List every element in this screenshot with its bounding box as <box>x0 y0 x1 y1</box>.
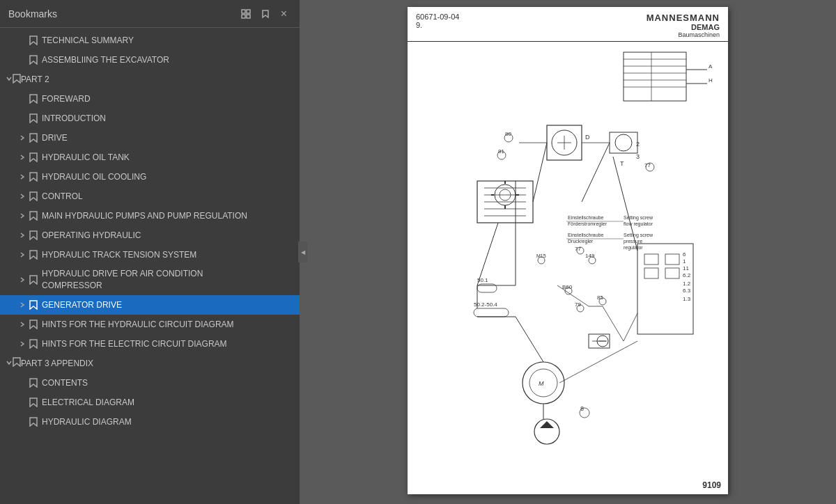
bookmark-item-generator-drive[interactable]: GENERATOR DRIVE <box>0 295 300 315</box>
bookmark-item-hydraulic-track[interactable]: HYDRAULIC TRACK TENSION SYSTEM <box>0 245 300 265</box>
svg-text:Setting screw: Setting screw <box>624 233 653 238</box>
bookmark-label-hydraulic-oil-cooling: HYDRAULIC OIL COOLING <box>42 172 294 182</box>
svg-rect-57 <box>665 254 679 265</box>
expand-arrow-hydraulic-oil-cooling[interactable] <box>17 171 28 182</box>
bookmark-item-drive[interactable]: DRIVE <box>0 128 300 148</box>
bookmark-icon-hydraulic-oil-tank <box>28 152 39 163</box>
page-number-area: 60671-09-04 9. <box>416 13 459 29</box>
svg-text:Förderstromregler: Förderstromregler <box>568 221 607 227</box>
bookmark-icon-hydraulic-drive-air <box>28 274 39 285</box>
header-controls: × <box>238 6 291 22</box>
svg-rect-2 <box>242 15 245 18</box>
svg-rect-56 <box>644 268 658 278</box>
bookmark-item-technical-summary[interactable]: TECHNICAL SUMMARY <box>0 31 300 50</box>
bookmark-label-part3: PART 3 APPENDIX <box>21 359 294 368</box>
expand-arrow-hydraulic-track[interactable] <box>17 249 28 260</box>
bookmark-item-hydraulic-drive-air[interactable]: HYDRAULIC DRIVE FOR AIR CONDITION COMPRE… <box>0 265 300 295</box>
collapse-panel-button[interactable] <box>298 242 308 262</box>
page-number: 9. <box>416 21 459 29</box>
expand-arrow-foreward <box>17 93 28 104</box>
bookmark-icon-control <box>28 191 39 202</box>
svg-rect-75 <box>474 308 509 317</box>
svg-text:B60: B60 <box>562 284 573 290</box>
svg-text:Setting screw: Setting screw <box>624 215 653 221</box>
expand-arrow-assembling <box>17 54 28 65</box>
bookmark-item-operating-hydraulic[interactable]: OPERATING HYDRAULIC <box>0 226 300 245</box>
svg-marker-89 <box>540 421 554 428</box>
bookmark-item-hydraulic-oil-cooling[interactable]: HYDRAULIC OIL COOLING <box>0 167 300 187</box>
bookmark-label-hydraulic-drive-air: HYDRAULIC DRIVE FOR AIR CONDITION COMPRE… <box>42 268 294 292</box>
bookmark-icon-hydraulic-oil-cooling <box>28 171 39 182</box>
expand-arrow-hints-electric[interactable] <box>17 338 28 349</box>
section-header-part2[interactable]: PART 2 <box>0 70 300 89</box>
svg-rect-58 <box>665 268 679 278</box>
svg-text:flow regulator: flow regulator <box>624 221 653 227</box>
svg-text:1.2: 1.2 <box>683 281 691 287</box>
close-button[interactable]: × <box>277 6 291 22</box>
expand-arrow-operating-hydraulic[interactable] <box>17 230 28 241</box>
expand-arrow-part3[interactable] <box>6 359 13 368</box>
bookmark-label-technical-summary: TECHNICAL SUMMARY <box>42 36 294 45</box>
bookmark-icon-hydraulic-track <box>28 249 39 260</box>
svg-text:M: M <box>539 380 544 387</box>
expand-all-button[interactable] <box>238 7 254 21</box>
bookmark-item-electrical-diagram[interactable]: ELECTRICAL DIAGRAM <box>0 393 300 412</box>
bookmark-icon-technical-summary <box>28 35 39 46</box>
expand-arrow-hydraulic-oil-tank[interactable] <box>17 152 28 163</box>
bookmark-label-control: CONTROL <box>42 191 294 201</box>
bookmark-label-generator-drive: GENERATOR DRIVE <box>42 300 294 310</box>
bookmark-item-control[interactable]: CONTROL <box>0 187 300 206</box>
bookmarks-list[interactable]: TECHNICAL SUMMARYASSEMBLIING THE EXCAVAT… <box>0 28 300 504</box>
bookmark-item-foreward[interactable]: FOREWARD <box>0 89 300 109</box>
bookmark-options-button[interactable] <box>257 7 274 21</box>
diagram-area: A H 80 81 D 2 <box>408 42 728 487</box>
bookmark-icon-drive <box>28 132 39 143</box>
expand-arrow-drive[interactable] <box>17 132 28 143</box>
bookmark-item-hints-hydraulic[interactable]: HINTS FOR THE HYDRAULIC CIRCUIT DIAGRAM <box>0 315 300 334</box>
svg-line-100 <box>557 285 589 306</box>
bookmark-label-introduction: INTRODUCTION <box>42 113 294 123</box>
svg-line-76 <box>533 143 547 202</box>
bookmark-label-hints-hydraulic: HINTS FOR THE HYDRAULIC CIRCUIT DIAGRAM <box>42 320 294 329</box>
bookmark-label-assembling: ASSEMBLIING THE EXCAVATOR <box>42 55 294 65</box>
bookmark-icon-assembling <box>28 54 39 65</box>
expand-arrow-part2[interactable] <box>6 74 13 84</box>
bookmark-label-electrical-diagram: ELECTRICAL DIAGRAM <box>42 397 294 407</box>
expand-arrow-hints-hydraulic[interactable] <box>17 319 28 330</box>
svg-text:6.2: 6.2 <box>683 272 691 278</box>
bookmark-label-main-hydraulic: MAIN HYDRAULIC PUMPS AND PUMP REGULATION <box>42 211 294 221</box>
svg-rect-0 <box>242 10 245 13</box>
bookmark-item-hydraulic-oil-tank[interactable]: HYDRAULIC OIL TANK <box>0 148 300 167</box>
expand-arrow-main-hydraulic[interactable] <box>17 210 28 221</box>
svg-line-91 <box>559 341 637 383</box>
bookmarks-panel: Bookmarks × TECHNICAL SUMMARYASSEMBLIING… <box>0 0 300 504</box>
bookmark-item-contents[interactable]: CONTENTS <box>0 373 300 393</box>
section-header-part3[interactable]: PART 3 APPENDIX <box>0 354 300 373</box>
bookmark-item-introduction[interactable]: INTRODUCTION <box>0 109 300 128</box>
bookmark-icon-generator-drive <box>28 299 39 310</box>
svg-text:149: 149 <box>585 253 595 259</box>
bookmark-icon-electrical-diagram <box>28 397 39 408</box>
bookmark-item-assembling[interactable]: ASSEMBLIING THE EXCAVATOR <box>0 50 300 70</box>
bookmark-label-operating-hydraulic: OPERATING HYDRAULIC <box>42 230 294 240</box>
bookmark-item-main-hydraulic[interactable]: MAIN HYDRAULIC PUMPS AND PUMP REGULATION <box>0 206 300 226</box>
bookmark-icon-contents <box>28 377 39 388</box>
expand-arrow-hydraulic-drive-air[interactable] <box>17 274 28 285</box>
expand-arrow-generator-drive[interactable] <box>17 299 28 310</box>
svg-text:M15: M15 <box>536 253 546 258</box>
svg-text:1: 1 <box>683 258 686 265</box>
svg-text:T: T <box>620 160 624 167</box>
svg-text:11: 11 <box>683 265 689 271</box>
bookmark-icon-hydraulic-diagram <box>28 416 39 427</box>
svg-text:3: 3 <box>636 153 640 160</box>
document-panel: 60671-09-04 9. MANNESMANN DEMAG Baumasch… <box>300 0 836 504</box>
expand-arrow-control[interactable] <box>17 191 28 202</box>
bookmark-icon-part3 <box>13 357 21 369</box>
svg-text:regulator: regulator <box>624 245 643 251</box>
svg-text:Einstellschraube: Einstellschraube <box>568 233 603 237</box>
bookmark-label-drive: DRIVE <box>42 133 294 143</box>
bookmark-item-hints-electric[interactable]: HINTS FOR THE ELECTRIC CIRCUIT DIAGRAM <box>0 334 300 354</box>
svg-rect-55 <box>644 254 658 265</box>
bookmark-item-hydraulic-diagram[interactable]: HYDRAULIC DIAGRAM <box>0 412 300 432</box>
svg-rect-1 <box>247 10 250 13</box>
